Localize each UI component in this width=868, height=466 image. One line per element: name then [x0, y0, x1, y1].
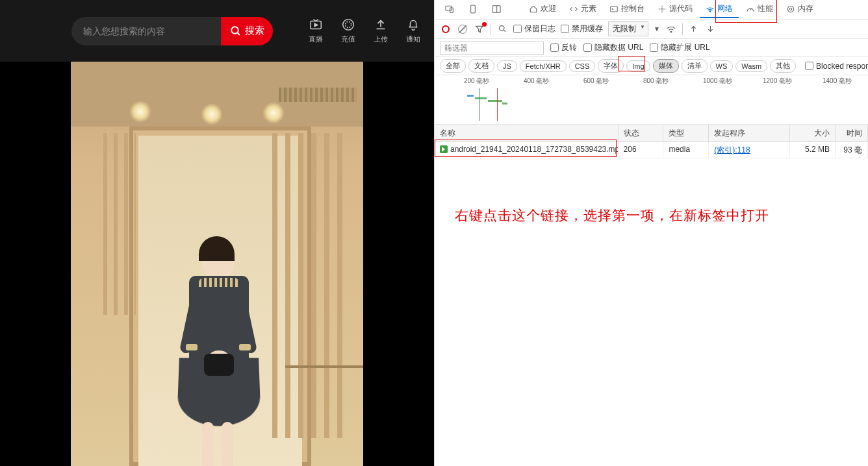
code-icon: [569, 5, 578, 14]
nav-live[interactable]: 直播: [309, 18, 323, 44]
type-filter-Fetch/XHR[interactable]: Fetch/XHR: [520, 60, 567, 72]
clear-icon: [458, 25, 467, 34]
hide-data-urls-checkbox[interactable]: 隐藏数据 URL: [583, 42, 643, 53]
col-name[interactable]: 名称: [435, 125, 619, 141]
record-icon: [442, 25, 450, 33]
throttling-select[interactable]: 无限制: [608, 21, 648, 36]
cell-type: media: [663, 141, 709, 158]
preserve-log-checkbox[interactable]: 保留日志: [513, 23, 555, 34]
import-button[interactable]: [688, 23, 700, 35]
devtools-pane: 欢迎 元素 控制台 源代码 网络 性能 内存 保留日志 禁用缓存 无限制 ▼ 反…: [434, 0, 868, 466]
type-filter-其他[interactable]: 其他: [770, 59, 796, 73]
col-initiator[interactable]: 发起程序: [709, 125, 790, 141]
svg-point-13: [709, 10, 711, 12]
clear-button[interactable]: [457, 23, 468, 35]
export-button[interactable]: [705, 23, 717, 35]
svg-marker-17: [476, 26, 483, 32]
blocked-cookies-checkbox[interactable]: Blocked response cookies: [805, 62, 868, 71]
svg-line-1: [237, 32, 240, 35]
table-row[interactable]: android_21941_20240118_172738_8539423.mp…: [435, 141, 868, 158]
nav-upload[interactable]: 上传: [374, 18, 388, 44]
tab-elements[interactable]: 元素: [563, 1, 602, 18]
coin-icon: [341, 18, 355, 32]
type-filter-清单[interactable]: 清单: [682, 59, 708, 73]
device-icon: [468, 4, 478, 14]
initiator-link[interactable]: (索引):118: [714, 145, 750, 154]
svg-marker-3: [314, 23, 318, 27]
col-status[interactable]: 状态: [619, 125, 664, 141]
search-button[interactable]: 搜索: [221, 17, 273, 45]
type-filter-文档[interactable]: 文档: [468, 59, 494, 73]
media-file-icon: [440, 145, 448, 153]
record-button[interactable]: [440, 23, 452, 35]
cell-initiator: (索引):118: [709, 141, 790, 158]
responsive-icon: [444, 4, 455, 14]
svg-point-16: [787, 6, 793, 12]
wifi-button[interactable]: [665, 23, 677, 35]
type-filter-JS[interactable]: JS: [497, 60, 517, 72]
type-filter-字体[interactable]: 字体: [598, 59, 624, 73]
tab-performance[interactable]: 性能: [740, 1, 779, 18]
disable-cache-checkbox[interactable]: 禁用缓存: [561, 23, 603, 34]
type-filter-Wasm[interactable]: Wasm: [735, 60, 767, 72]
hide-ext-urls-checkbox[interactable]: 隐藏扩展 URL: [650, 42, 709, 53]
timeline-tick: 200 毫秒: [464, 77, 489, 86]
sources-icon: [657, 5, 667, 14]
timeline-tick: 400 毫秒: [524, 77, 549, 86]
home-icon: [529, 5, 538, 14]
nav-notification[interactable]: 通知: [406, 18, 420, 44]
timeline-tick: 1000 毫秒: [703, 77, 732, 86]
search-icon: [498, 24, 507, 34]
timeline-tick: 1400 毫秒: [823, 77, 852, 86]
tab-dock[interactable]: [485, 1, 507, 18]
timeline-tick: 800 毫秒: [643, 77, 669, 86]
timeline-overview[interactable]: 200 毫秒400 毫秒600 毫秒800 毫秒1000 毫秒1200 毫秒14…: [435, 75, 868, 125]
search-net-button[interactable]: [496, 23, 508, 35]
nav-icons: 直播 充值 上传 通知: [309, 18, 420, 44]
type-filter-WS[interactable]: WS: [710, 60, 734, 72]
cell-name: android_21941_20240118_172738_8539423.mp…: [435, 141, 619, 158]
svg-point-15: [789, 8, 792, 10]
svg-point-18: [499, 26, 504, 31]
video-frame[interactable]: [71, 62, 363, 466]
nav-recharge[interactable]: 充值: [341, 18, 355, 44]
search-input[interactable]: [71, 17, 221, 45]
col-time[interactable]: 时间: [836, 125, 868, 141]
tv-icon: [309, 18, 323, 32]
tab-memory[interactable]: 内存: [780, 1, 819, 18]
col-size[interactable]: 大小: [790, 125, 836, 141]
nav-notification-label: 通知: [406, 34, 420, 44]
devtools-tabs: 欢迎 元素 控制台 源代码 网络 性能 内存: [435, 0, 868, 19]
network-toolbar: 保留日志 禁用缓存 无限制 ▼: [435, 19, 868, 39]
cell-size: 5.2 MB: [790, 141, 836, 158]
tab-sources[interactable]: 源代码: [652, 1, 698, 18]
col-type[interactable]: 类型: [663, 125, 709, 141]
video-area: [0, 62, 434, 466]
svg-rect-6: [446, 6, 452, 10]
upload-icon: [374, 18, 388, 32]
video-site-pane: 搜索 直播 充值 上传 通知: [0, 0, 434, 466]
tab-device[interactable]: [462, 1, 484, 18]
svg-rect-8: [471, 5, 476, 13]
tab-responsive[interactable]: [439, 1, 461, 18]
net-settings-button[interactable]: [474, 23, 485, 35]
bell-icon: [406, 18, 420, 32]
top-bar: 搜索 直播 充值 上传 通知: [0, 0, 434, 62]
tab-network[interactable]: 网络: [700, 1, 739, 18]
filter-input[interactable]: [440, 42, 544, 55]
type-filter-Img[interactable]: Img: [626, 60, 650, 72]
search-button-label: 搜索: [245, 25, 264, 37]
tab-console[interactable]: 控制台: [604, 1, 650, 18]
filter-row: 反转 隐藏数据 URL 隐藏扩展 URL: [435, 39, 868, 57]
resource-type-filters: 全部文档JSFetch/XHRCSS字体Img媒体清单WSWasm其他Block…: [435, 57, 868, 75]
network-icon: [706, 5, 715, 14]
type-filter-CSS[interactable]: CSS: [569, 60, 596, 72]
upload-arrow-icon: [689, 24, 698, 34]
invert-checkbox[interactable]: 反转: [550, 42, 577, 53]
tab-welcome[interactable]: 欢迎: [523, 1, 562, 18]
svg-point-5: [345, 21, 351, 27]
type-filter-媒体[interactable]: 媒体: [653, 59, 679, 73]
nav-live-label: 直播: [309, 34, 323, 44]
type-filter-全部[interactable]: 全部: [440, 59, 466, 73]
download-arrow-icon: [706, 24, 715, 34]
